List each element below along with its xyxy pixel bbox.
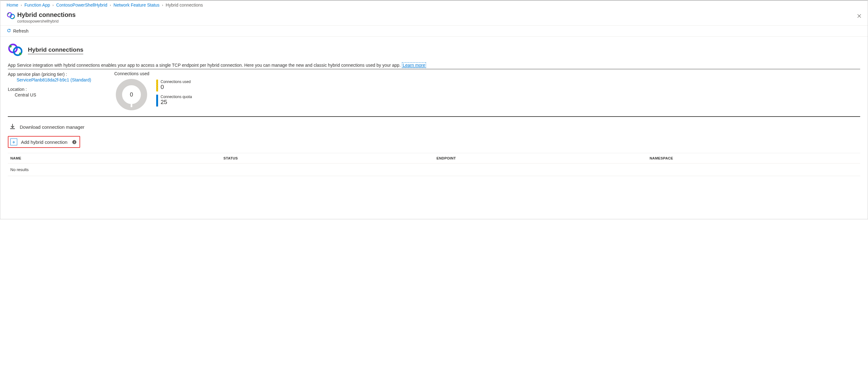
svg-point-2: [7, 13, 9, 15]
table-row-empty: No results: [8, 164, 860, 176]
hybrid-connections-icon: [7, 11, 17, 21]
blade-header: Hybrid connections contosopowershellhybr…: [0, 9, 868, 26]
divider: [8, 116, 860, 117]
connections-table: NAME STATUS ENDPOINT NAMESPACE No result…: [8, 153, 860, 176]
legend-used-value: 0: [161, 84, 191, 90]
col-name[interactable]: NAME: [8, 153, 221, 164]
download-connection-manager-button[interactable]: Download connection manager: [8, 122, 860, 136]
breadcrumb-home[interactable]: Home: [7, 2, 18, 7]
legend-color-used-icon: [156, 80, 158, 91]
breadcrumb-function-app[interactable]: Function App: [24, 2, 50, 7]
plan-label: App service plan (pricing tier) :: [8, 72, 102, 77]
legend-used-label: Connections used: [161, 80, 191, 84]
plus-icon: +: [10, 138, 17, 145]
add-label: Add hybrid connection: [21, 139, 67, 145]
col-endpoint[interactable]: ENDPOINT: [434, 153, 647, 164]
location-value: Central US: [8, 92, 102, 97]
connections-legend: Connections used 0 Connections quota 25: [156, 80, 192, 110]
connections-donut-chart: 0: [114, 77, 149, 112]
section-header: Hybrid connections: [8, 42, 860, 58]
legend-quota-value: 25: [161, 99, 192, 106]
hybrid-connections-icon: [8, 42, 23, 58]
svg-point-7: [19, 53, 22, 55]
chevron-right-icon: ›: [110, 3, 111, 7]
learn-more-link[interactable]: Learn more: [402, 62, 426, 68]
add-hybrid-connection-button[interactable]: + Add hybrid connection i: [8, 136, 80, 148]
chevron-right-icon: ›: [21, 3, 22, 7]
close-button[interactable]: [855, 12, 863, 21]
section-description: App Service integration with hybrid conn…: [8, 63, 860, 68]
col-namespace[interactable]: NAMESPACE: [647, 153, 860, 164]
location-label: Location :: [8, 87, 102, 92]
download-icon: [10, 124, 16, 130]
donut-center-value: 0: [114, 77, 149, 112]
breadcrumb-network-status[interactable]: Network Feature Status: [114, 2, 160, 7]
refresh-button[interactable]: Refresh: [7, 28, 29, 34]
svg-point-6: [9, 45, 11, 48]
refresh-icon: [7, 28, 11, 34]
info-icon[interactable]: i: [72, 140, 76, 144]
connections-used-header: Connections used: [114, 71, 192, 76]
toolbar: Refresh: [0, 26, 868, 37]
page-subtitle: contosopowershellhybrid: [17, 19, 76, 24]
chevron-right-icon: ›: [53, 3, 54, 7]
chevron-right-icon: ›: [162, 3, 163, 7]
page-title: Hybrid connections: [17, 11, 76, 19]
breadcrumb: Home › Function App › ContosoPowerShellH…: [0, 1, 868, 9]
legend-quota-label: Connections quota: [161, 94, 192, 99]
empty-message: No results: [8, 164, 860, 176]
plan-link[interactable]: ServicePlanb818da2f-b9c1 (Standard): [8, 77, 102, 82]
svg-point-3: [13, 17, 14, 19]
breadcrumb-resource[interactable]: ContosoPowerShellHybrid: [56, 2, 107, 7]
download-label: Download connection manager: [20, 124, 85, 130]
section-title: Hybrid connections: [28, 46, 83, 54]
breadcrumb-current: Hybrid connections: [165, 2, 203, 7]
col-status[interactable]: STATUS: [221, 153, 434, 164]
refresh-label: Refresh: [13, 29, 29, 33]
legend-color-quota-icon: [156, 94, 158, 107]
